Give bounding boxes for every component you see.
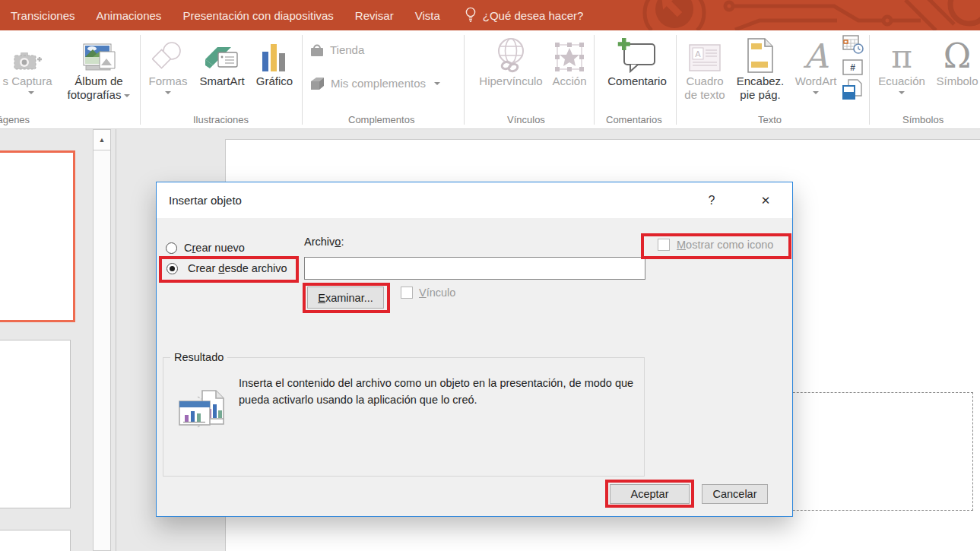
ribbon-button-comentario[interactable]: Comentario (601, 36, 674, 88)
dialog-title: Insertar objeto (169, 182, 242, 218)
svg-text:#: # (850, 62, 855, 73)
thumbnail-scrollbar[interactable]: ▲ (93, 129, 111, 551)
comentario-label: Comentario (607, 74, 667, 88)
panel-divider (116, 129, 116, 551)
chevron-down-icon (813, 91, 819, 94)
radio-crear-desde-archivo-label[interactable]: Crear desde archivo (188, 262, 287, 274)
cancelar-button[interactable]: Cancelar (702, 484, 768, 504)
scroll-up-arrow-icon: ▲ (99, 136, 106, 144)
tab-animaciones[interactable]: Animaciones (85, 9, 172, 22)
ribbon-button-smartart[interactable]: SmartArt (194, 36, 250, 88)
ribbon-button-encabezado-pie[interactable]: Encabez. pie pág. (730, 36, 791, 102)
mostrar-como-icono-checkbox[interactable] (658, 239, 670, 251)
ribbon-button-cuadro-texto[interactable]: A Cuadro de texto (681, 36, 728, 102)
chevron-down-icon (899, 91, 905, 94)
insert-object-dialog: Insertar objeto ? ✕ Crear nuevo Crear de… (156, 182, 793, 517)
grafico-label: Gráfico (256, 74, 293, 88)
ribbon-button-grafico[interactable]: Gráfico (251, 36, 298, 88)
radio-crear-nuevo[interactable] (166, 242, 177, 254)
slide-thumbnail-1-selected[interactable] (0, 150, 75, 322)
slide-number-icon: # (842, 59, 864, 76)
bar-chart-icon (262, 36, 287, 74)
examinar-button[interactable]: Examinar... (307, 287, 384, 309)
vinculo-checkbox[interactable] (401, 287, 413, 299)
ribbon-button-mis-complementos[interactable]: Mis complementos (309, 76, 440, 91)
svg-text:A: A (695, 49, 701, 59)
group-divider (464, 35, 465, 125)
date-time-icon (842, 34, 864, 54)
lightbulb-icon (465, 7, 477, 24)
slide-thumbnail-2[interactable] (0, 340, 71, 508)
powerpoint-window: { "colors":{ "topbar":"#C04B2C","topbar_… (0, 0, 980, 551)
tab-revisar[interactable]: Revisar (344, 9, 404, 22)
album-label-line1: Álbum de (75, 74, 122, 88)
simbolo-label: Símbolo (936, 74, 978, 88)
radio-selected-dot (170, 266, 175, 271)
scroll-up-button[interactable]: ▲ (94, 130, 110, 150)
ribbon-button-tienda[interactable]: Tienda (309, 43, 364, 58)
group-label-simbolos: Símbolos (902, 114, 944, 125)
tell-me-label: ¿Qué desea hacer? (483, 9, 584, 22)
ribbon: s Captura Álbum de fotografías (0, 30, 980, 129)
group-divider (869, 35, 870, 125)
tab-presentacion[interactable]: Presentación con diapositivas (172, 9, 344, 22)
group-divider (302, 35, 303, 125)
ribbon-button-captura[interactable]: s Captura (0, 36, 65, 94)
encabez-label-line2: pie pág. (740, 88, 780, 102)
ribbon-button-album-fotografias[interactable]: Álbum de fotografías (65, 36, 132, 102)
ribbon-button-fecha-hora[interactable] (842, 34, 864, 54)
title-bar: Transiciones Animaciones Presentación co… (0, 0, 980, 30)
dialog-close-button[interactable]: ✕ (753, 182, 779, 218)
radio-crear-nuevo-label[interactable]: Crear nuevo (184, 242, 245, 254)
encabez-label-line1: Encabez. (737, 74, 785, 88)
hyperlink-globe-icon (493, 36, 528, 74)
photo-album-icon (81, 36, 116, 74)
formas-label: Formas (149, 74, 188, 88)
symbol-omega-icon: Ω (944, 36, 971, 74)
chevron-down-icon (124, 94, 130, 97)
group-label-ilustraciones: Ilustraciones (193, 114, 249, 125)
file-path-input[interactable] (304, 257, 645, 280)
ribbon-button-objeto[interactable] (842, 79, 862, 100)
tell-me-search[interactable]: ¿Qué desea hacer? (465, 7, 584, 24)
addin-box-icon (309, 76, 325, 91)
chevron-down-icon (28, 91, 34, 94)
ribbon-button-formas[interactable]: Formas (144, 36, 192, 94)
archivo-label: Archivo: (304, 236, 344, 248)
action-star-icon (553, 36, 585, 74)
vinculo-label[interactable]: Vínculo (419, 287, 455, 299)
ribbon-button-accion[interactable]: Acción (549, 36, 590, 88)
cuadro-label-line1: Cuadro (686, 74, 723, 88)
mostrar-como-icono-label[interactable]: Mostrar como icono (677, 239, 773, 251)
mis-complementos-label: Mis complementos (331, 77, 426, 90)
hipervinculo-label: Hipervínculo (479, 74, 542, 88)
dialog-titlebar[interactable]: Insertar objeto ? ✕ (157, 182, 792, 218)
screenshot-camera-icon (13, 36, 42, 74)
insert-object-icon (842, 79, 862, 100)
ribbon-button-numero-diapositiva[interactable]: # (842, 59, 864, 76)
decorative-circuit-pattern (638, 0, 980, 30)
cuadro-label-line2: de texto (684, 88, 725, 102)
group-label-complementos: Complementos (348, 114, 414, 125)
new-comment-icon (617, 36, 657, 74)
aceptar-button[interactable]: Aceptar (610, 484, 690, 504)
tab-vista[interactable]: Vista (404, 9, 451, 22)
group-label-comentarios: Comentarios (606, 114, 662, 125)
chevron-down-icon (434, 82, 440, 85)
tab-transiciones[interactable]: Transiciones (0, 9, 85, 22)
tienda-label: Tienda (330, 43, 364, 57)
shapes-icon (152, 36, 184, 74)
dialog-help-button[interactable]: ? (699, 182, 725, 218)
group-divider (140, 35, 141, 125)
slide-thumbnail-3[interactable] (0, 530, 71, 551)
smartart-icon (205, 36, 239, 74)
store-bag-icon (309, 43, 325, 58)
ribbon-button-ecuacion[interactable]: π Ecuación (874, 36, 929, 94)
ribbon-button-simbolo[interactable]: Ω Símbolo (931, 36, 980, 88)
equation-pi-icon: π (891, 36, 912, 74)
radio-crear-desde-archivo[interactable] (167, 263, 178, 274)
resultado-legend: Resultado (170, 351, 227, 363)
wordart-label: WordArt (795, 74, 837, 88)
ribbon-button-hipervinculo[interactable]: Hipervínculo (473, 36, 549, 88)
ribbon-button-wordart[interactable]: A WordArt (794, 36, 838, 94)
